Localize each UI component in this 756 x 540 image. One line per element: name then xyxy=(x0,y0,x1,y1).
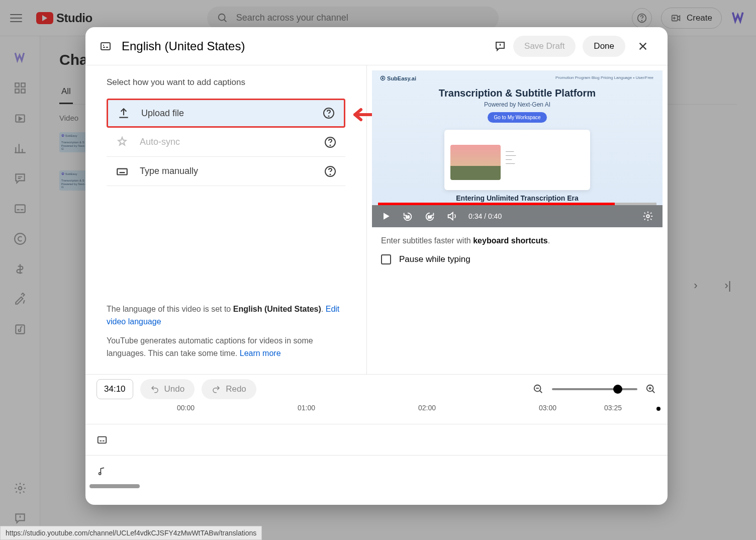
svg-line-30 xyxy=(652,391,655,393)
keyboard-hint: Enter subtitles faster with keyboard sho… xyxy=(367,227,668,245)
svg-point-18 xyxy=(328,116,329,116)
pause-checkbox[interactable] xyxy=(381,254,391,264)
audio-track[interactable] xyxy=(85,455,668,486)
done-button[interactable]: Done xyxy=(583,36,625,57)
svg-text:10: 10 xyxy=(428,215,432,219)
modal-title: English (United States) xyxy=(122,39,245,53)
upload-icon xyxy=(117,107,130,120)
feedback-icon[interactable] xyxy=(494,40,506,52)
video-pane: ⦿ SubEasy.ai Promotion Program Blog Pric… xyxy=(367,65,668,374)
timeline-scrollbar[interactable] xyxy=(89,484,668,489)
option-upload-file[interactable]: Upload file xyxy=(107,99,345,128)
info-block: The language of this video is set to Eng… xyxy=(107,303,345,364)
help-icon[interactable] xyxy=(323,107,335,119)
keyboard-icon xyxy=(116,165,129,178)
zoom-in-icon[interactable] xyxy=(645,384,656,395)
close-icon xyxy=(637,41,648,52)
video-time: 0:34 / 0:40 xyxy=(468,212,502,220)
svg-point-26 xyxy=(646,215,649,218)
redo-icon xyxy=(212,385,221,394)
close-button[interactable] xyxy=(632,36,653,57)
captions-modal: English (United States) Save Draft Done … xyxy=(85,27,668,505)
help-icon[interactable] xyxy=(324,165,336,177)
timeline-ruler[interactable]: 00:00 01:00 02:00 03:00 03:25 xyxy=(97,404,656,422)
timeline-area: 34:10 Undo Redo 00:00 01:00 02:00 03:00 … xyxy=(85,374,668,505)
playhead-dot[interactable] xyxy=(656,407,660,411)
time-input[interactable]: 34:10 xyxy=(97,379,133,399)
captions-options-pane: Select how you want to add captions Uplo… xyxy=(85,65,367,374)
option-type-manually[interactable]: Type manually xyxy=(107,157,345,186)
svg-rect-16 xyxy=(101,43,110,50)
subtitle-icon xyxy=(100,40,112,52)
svg-rect-31 xyxy=(98,436,107,443)
note-icon xyxy=(97,466,107,476)
instruction-text: Select how you want to add captions xyxy=(107,77,345,87)
caption-track[interactable] xyxy=(85,424,668,455)
svg-line-28 xyxy=(540,391,542,393)
svg-point-20 xyxy=(330,145,330,145)
undo-icon xyxy=(150,385,159,394)
pause-label: Pause while typing xyxy=(399,254,470,264)
option-auto-sync: Auto-sync xyxy=(107,128,345,157)
keyboard-shortcuts-link[interactable]: keyboard shortcuts xyxy=(473,236,547,245)
svg-point-32 xyxy=(99,472,101,474)
zoom-slider[interactable] xyxy=(552,388,637,390)
annotation-arrow-icon xyxy=(351,107,373,122)
svg-text:10: 10 xyxy=(406,215,410,219)
modal-header: English (United States) Save Draft Done xyxy=(85,27,668,65)
learn-more-link[interactable]: Learn more xyxy=(240,349,281,357)
video-player[interactable]: ⦿ SubEasy.ai Promotion Program Blog Pric… xyxy=(372,70,663,227)
forward-10-icon[interactable]: 10 xyxy=(424,211,435,222)
play-icon[interactable] xyxy=(381,211,391,221)
volume-icon[interactable] xyxy=(446,211,457,222)
rewind-10-icon[interactable]: 10 xyxy=(402,211,413,222)
svg-rect-21 xyxy=(117,168,127,174)
zoom-out-icon[interactable] xyxy=(533,384,544,395)
auto-sync-icon xyxy=(116,136,129,149)
svg-point-23 xyxy=(330,174,330,174)
help-icon[interactable] xyxy=(324,136,336,148)
undo-button[interactable]: Undo xyxy=(140,379,195,399)
gear-icon[interactable] xyxy=(642,211,653,222)
save-draft-button[interactable]: Save Draft xyxy=(513,36,576,57)
subtitle-icon xyxy=(97,434,108,445)
status-bar-url: https://studio.youtube.com/channel/UCLef… xyxy=(0,526,262,540)
video-title-text: Transcription & Subtitle Platform xyxy=(439,87,596,99)
redo-button[interactable]: Redo xyxy=(202,379,256,399)
